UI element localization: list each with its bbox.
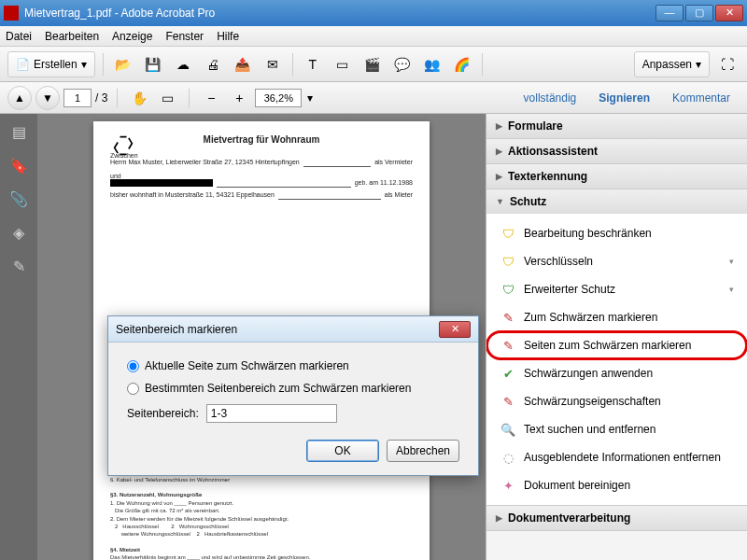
attachments-icon[interactable]: 📎 [8,189,29,209]
item-label: Schwärzungseigenschaften [524,395,661,408]
maximize-button[interactable]: ▢ [685,5,713,21]
chevron-down-icon: ▾ [729,285,734,294]
item-label: Schwärzungen anwenden [524,367,653,380]
chevron-down-icon: ▾ [729,257,734,266]
redacted-name [110,179,213,187]
item-icon: ✎ [500,337,516,354]
customize-button[interactable]: Anpassen ▾ [634,51,710,77]
color-button[interactable]: 🌈 [450,52,474,77]
item-icon: 🛡 [500,253,516,270]
schutz-item-8[interactable]: ◌Ausgeblendete Informationen entfernen [486,443,747,471]
item-label: Bearbeitung beschränken [524,227,652,240]
schutz-item-4[interactable]: ✎Seiten zum Schwärzen markieren [486,331,747,359]
zoom-in-button[interactable]: + [227,86,251,110]
schutz-item-9[interactable]: ✦Dokument bereinigen [486,471,747,499]
tools-panel: ▶Formulare ▶Aktionsassistent ▶Texterkenn… [486,114,747,560]
schutz-item-2[interactable]: 🛡Erweiterter Schutz▾ [486,275,747,303]
dialog-title: Seitenbereich markieren [116,323,237,336]
page-number-input[interactable] [63,89,92,107]
chevron-down-icon: ▾ [81,58,87,71]
create-button[interactable]: 📄 Erstellen ▾ [7,51,95,77]
radio-current-page[interactable]: Aktuelle Seite zum Schwärzen markieren [127,359,459,372]
form-button[interactable]: ▭ [331,52,355,77]
radio-page-range[interactable]: Bestimmten Seitenbereich zum Schwärzen m… [127,382,459,395]
panel-schutz[interactable]: ▼Schutz [486,189,747,214]
page-up-button[interactable]: ▲ [7,86,32,110]
item-icon: 🛡 [500,225,516,242]
menu-datei[interactable]: Datei [6,30,32,43]
document-area: Mietvertrag für Wohnraum Zwischen Herrn … [37,114,486,560]
recycle-icon [110,133,136,159]
range-input[interactable] [206,404,337,423]
item-icon: ✦ [500,477,516,494]
sign-link[interactable]: Signieren [599,91,650,105]
fullscreen-button[interactable]: ⛶ [715,52,740,77]
print-button[interactable]: 🖨 [201,52,225,77]
layers-icon[interactable]: ◈ [8,222,29,243]
chevron-down-icon[interactable]: ▾ [307,91,313,105]
fullwidth-link[interactable]: vollständig [524,91,577,105]
schutz-item-1[interactable]: 🛡Verschlüsseln▾ [486,247,747,275]
item-label: Dokument bereinigen [524,479,630,492]
share-button[interactable]: 👥 [420,52,444,77]
email-button[interactable]: ✉ [261,52,285,77]
schutz-item-3[interactable]: ✎Zum Schwärzen markieren [486,303,747,331]
cancel-button[interactable]: Abbrechen [387,440,459,462]
save-button[interactable]: 💾 [141,52,165,77]
menu-bearbeiten[interactable]: Bearbeiten [45,30,99,43]
item-label: Ausgeblendete Informationen entfernen [524,451,721,464]
item-icon: 🔍 [500,421,516,438]
menu-hilfe[interactable]: Hilfe [217,30,239,43]
close-button[interactable]: ✕ [715,5,743,21]
cloud-button[interactable]: ☁ [171,52,195,77]
doc-heading: Mietvertrag für Wohnraum [110,134,413,145]
item-label: Verschlüsseln [524,255,593,268]
schutz-item-0[interactable]: 🛡Bearbeitung beschränken [486,219,747,247]
schutz-item-7[interactable]: 🔍Text suchen und entfernen [486,415,747,443]
create-icon: 📄 [16,58,30,71]
mark-pages-dialog: Seitenbereich markieren ✕ Aktuelle Seite… [107,315,479,476]
bookmarks-icon[interactable]: 🔖 [8,155,29,175]
window-title: Mietvertrag_1.pdf - Adobe Acrobat Pro [24,7,215,20]
menubar: Datei Bearbeiten Anzeige Fenster Hilfe [0,26,747,47]
window-titlebar: Mietvertrag_1.pdf - Adobe Acrobat Pro — … [0,0,747,26]
item-icon: ✔ [500,365,516,382]
page-down-button[interactable]: ▼ [35,86,60,110]
multimedia-button[interactable]: 🎬 [360,52,385,77]
menu-fenster[interactable]: Fenster [165,30,204,43]
chevron-down-icon: ▾ [696,58,701,71]
comment-link[interactable]: Kommentar [672,91,730,105]
export-button[interactable]: 📤 [231,52,255,77]
page-total: / 3 [95,91,107,105]
app-icon [4,6,19,21]
left-sidebar: ▤ 🔖 📎 ◈ ✎ [0,114,37,560]
zoom-out-button[interactable]: − [199,86,223,110]
panel-formulare[interactable]: ▶Formulare [486,114,747,138]
panel-aktionsassistent[interactable]: ▶Aktionsassistent [486,139,747,163]
nav-toolbar: ▲ ▼ / 3 ✋ ▭ − + ▾ vollständig Signieren … [0,82,747,114]
panel-texterkennung[interactable]: ▶Texterkennung [486,164,747,189]
schutz-item-5[interactable]: ✔Schwärzungen anwenden [486,359,747,387]
comment-button[interactable]: 💬 [390,52,415,77]
signatures-icon[interactable]: ✎ [8,256,29,276]
open-button[interactable]: 📂 [111,52,135,77]
dialog-close-button[interactable]: ✕ [439,321,471,338]
panel-dokumentverarbeitung[interactable]: ▶Dokumentverarbeitung [486,506,747,530]
zoom-input[interactable] [255,89,302,107]
item-label: Seiten zum Schwärzen markieren [524,339,691,352]
hand-tool[interactable]: ✋ [127,86,151,110]
item-label: Erweiterter Schutz [524,283,615,296]
range-label: Seitenbereich: [127,407,199,420]
item-label: Zum Schwärzen markieren [524,311,657,324]
ok-button[interactable]: OK [306,440,379,462]
item-icon: ◌ [500,449,516,466]
select-tool[interactable]: ▭ [155,86,179,110]
minimize-button[interactable]: — [655,5,684,21]
dialog-titlebar: Seitenbereich markieren ✕ [108,316,478,343]
thumbnails-icon[interactable]: ▤ [8,121,29,142]
item-icon: 🛡 [500,281,516,298]
item-label: Text suchen und entfernen [524,423,655,436]
schutz-item-6[interactable]: ✎Schwärzungseigenschaften [486,387,747,415]
edit-text-button[interactable]: T [301,52,325,77]
menu-anzeige[interactable]: Anzeige [112,30,152,43]
